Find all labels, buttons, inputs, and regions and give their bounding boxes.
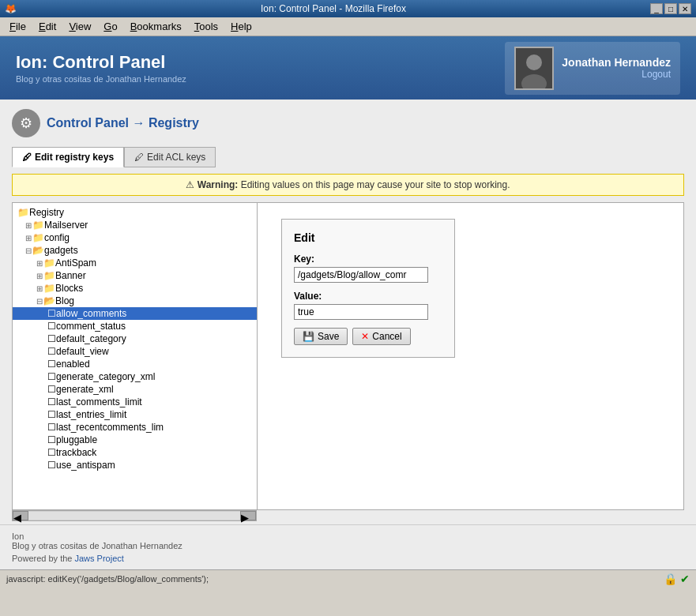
tree-item-default-view[interactable]: ☐ default_view [13,345,257,358]
tab-edit-acl[interactable]: 🖊 Edit ACL keys [124,147,216,167]
key-input[interactable] [294,267,428,283]
minimize-button[interactable]: _ [650,3,663,14]
horizontal-scrollbar[interactable]: ◀ ▶ [12,510,257,521]
user-name: Jonathan Hernandez [562,56,671,69]
footer-line1: Ion [12,531,684,541]
value-label: Value: [294,291,442,302]
tree-item-gadgets[interactable]: ⊟ 📂 gadgets [13,244,257,257]
tab-edit-acl-label: Edit ACL keys [147,152,205,163]
tree-item-last-recentcomments[interactable]: ☐ last_recentcomments_lim [13,421,257,434]
tab-edit-registry-label: Edit registry keys [35,152,114,163]
user-block: Jonathan Hernandez Logout [505,42,680,95]
value-input[interactable] [294,304,428,320]
main-panel: 📁 Registry ⊞ 📁 Mailserver ⊞ 📁 config ⊟ [12,202,684,510]
tree-label-last-comments-limit: last_comments_limit [56,396,142,408]
menu-tools[interactable]: Tools [188,19,224,34]
tree-panel[interactable]: 📁 Registry ⊞ 📁 Mailserver ⊞ 📁 config ⊟ [13,203,258,509]
shield-icon: ✔ [680,573,690,585]
window-title: Ion: Control Panel - Mozilla Firefox [17,3,650,14]
cancel-button[interactable]: ✕ Cancel [352,328,410,345]
menu-view[interactable]: View [62,19,97,34]
tree-item-allow-comments[interactable]: ☐ allow_comments [13,307,257,320]
tree-label-last-recentcomments: last_recentcomments_lim [56,422,164,433]
file-icon: ☐ [47,308,56,319]
folder-icon: 📁 [43,283,55,294]
logout-button[interactable]: Logout [562,69,671,80]
warning-text: Editing values on this page may cause yo… [238,179,510,190]
expand-icon: ⊞ [36,284,43,293]
close-button[interactable]: ✕ [679,3,691,14]
save-icon: 💾 [303,331,314,342]
scroll-right-btn[interactable]: ▶ [240,511,256,520]
menu-edit[interactable]: Edit [32,19,62,34]
maximize-button[interactable]: □ [664,3,677,14]
edit-registry-icon: 🖊 [22,152,32,163]
expand-icon: ⊞ [25,221,32,230]
file-icon: ☐ [47,371,56,382]
edit-box: Edit Key: Value: 💾 Save ✕ Cancel [281,219,455,358]
tab-edit-registry[interactable]: 🖊 Edit registry keys [12,147,124,167]
tree-item-mailserver[interactable]: ⊞ 📁 Mailserver [13,219,257,231]
window-controls: _ □ ✕ [650,3,691,14]
tree-item-comment-status[interactable]: ☐ comment_status [13,320,257,332]
status-text: javascript: editKey('/gadgets/Blog/allow… [6,574,209,584]
key-label: Key: [294,254,442,265]
tree-item-config[interactable]: ⊞ 📁 config [13,231,257,244]
menu-file[interactable]: File [3,19,32,34]
scroll-left-btn[interactable]: ◀ [13,511,28,520]
file-icon: ☐ [47,422,56,433]
tree-label-enabled: enabled [56,359,90,370]
folder-icon: 📁 [32,232,44,243]
expand-icon: ⊞ [25,234,32,242]
tree-item-enabled[interactable]: ☐ enabled [13,358,257,370]
tree-label-allow-comments: allow_comments [56,308,126,319]
cancel-label: Cancel [372,331,401,342]
folder-open-icon: 📂 [43,295,55,306]
tree-label-default-view: default_view [56,346,109,357]
cancel-icon: ✕ [361,331,369,342]
status-bar: javascript: editKey('/gadgets/Blog/allow… [0,569,696,587]
tree-item-default-category[interactable]: ☐ default_category [13,332,257,345]
menu-go[interactable]: Go [97,19,123,34]
tree-label-generate-category-xml: generate_category_xml [56,371,155,382]
tree-item-last-entries-limit[interactable]: ☐ last_entries_limit [13,408,257,421]
tree-label-config: config [44,232,70,243]
tree-label-mailserver: Mailserver [44,220,88,231]
file-icon: ☐ [47,346,56,357]
svg-point-1 [526,54,542,70]
tree-label-last-entries-limit: last_entries_limit [56,409,126,420]
file-icon: ☐ [47,384,56,395]
footer-powered: Powered by the Jaws Project [12,554,684,563]
tree-item-blog[interactable]: ⊟ 📂 Blog [13,295,257,307]
tree-label-default-category: default_category [56,333,126,344]
tree-label-use-antispam: use_antispam [56,460,115,471]
tree-item-generate-xml[interactable]: ☐ generate_xml [13,383,257,396]
tree-item-registry[interactable]: 📁 Registry [13,206,257,219]
tree-label-blog: Blog [55,295,74,306]
edit-title: Edit [294,231,442,244]
menu-help[interactable]: Help [224,19,258,34]
folder-icon: 📁 [43,270,55,281]
tree-item-last-comments-limit[interactable]: ☐ last_comments_limit [13,396,257,408]
footer-line2: Blog y otras cositas de Jonathan Hernand… [12,541,684,550]
folder-icon: 📁 [43,257,55,269]
save-button[interactable]: 💾 Save [294,328,348,345]
file-icon: ☐ [47,434,56,445]
tree-label-comment-status: comment_status [56,321,126,332]
file-icon: ☐ [47,447,56,458]
tree-item-generate-category-xml[interactable]: ☐ generate_category_xml [13,370,257,383]
tree-item-blocks[interactable]: ⊞ 📁 Blocks [13,282,257,295]
tree-item-antispam[interactable]: ⊞ 📁 AntiSpam [13,257,257,269]
tree-item-trackback[interactable]: ☐ trackback [13,446,257,459]
tree-item-use-antispam[interactable]: ☐ use_antispam [13,459,257,471]
browser-icon: 🦊 [5,3,17,14]
tabs-row: 🖊 Edit registry keys 🖊 Edit ACL keys [12,147,684,167]
titlebar: 🦊 Ion: Control Panel - Mozilla Firefox _… [0,0,696,17]
tree-item-banner[interactable]: ⊞ 📁 Banner [13,269,257,282]
menu-bookmarks[interactable]: Bookmarks [124,19,188,34]
save-label: Save [318,331,339,342]
tree-label-blocks: Blocks [55,283,83,294]
tree-item-pluggable[interactable]: ☐ pluggable [13,434,257,446]
jaws-project-link[interactable]: Jaws Project [75,554,124,563]
avatar [514,47,554,90]
